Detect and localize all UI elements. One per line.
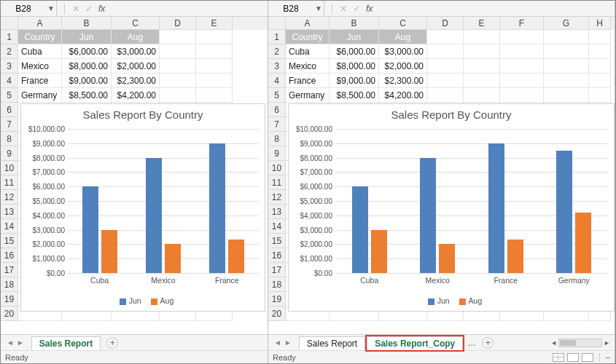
worksheet-grid[interactable]: A B C D E F G H 1 Country Jun Aug 2 Cuba… (268, 17, 615, 334)
cell[interactable]: Mexico (18, 59, 62, 74)
col-header[interactable]: D (160, 17, 196, 30)
bar-jun (146, 158, 162, 273)
x-axis-label: France (484, 276, 528, 285)
table-header[interactable]: Country (18, 30, 62, 44)
table-header[interactable]: Aug (379, 30, 427, 44)
chart-title: Sales Report By Country (21, 104, 265, 122)
cell[interactable]: $2,300.00 (112, 74, 160, 88)
worksheet-grid[interactable]: A B C D E 1 Country Jun Aug 2 Cuba $6,00… (1, 17, 268, 334)
namebox-input[interactable] (1, 4, 46, 14)
row-header[interactable]: 5 (1, 88, 18, 103)
bar-aug (101, 230, 117, 273)
legend-swatch-aug (459, 298, 466, 305)
chart[interactable]: Sales Report By Country $0.00$1,000.00$2… (20, 103, 265, 312)
check-icon: ✓ (353, 4, 360, 14)
tab-nav-next-icon[interactable]: ► (17, 339, 24, 347)
cell[interactable]: $2,000.00 (112, 59, 160, 74)
namebox-input[interactable] (268, 4, 313, 14)
col-header[interactable]: E (196, 17, 233, 30)
row-header[interactable]: 1 (1, 30, 18, 44)
status-text: Ready (273, 353, 296, 362)
col-header[interactable]: G (544, 17, 589, 30)
chart-legend: Jun Aug (289, 296, 614, 305)
bar-jun (352, 186, 368, 273)
chevron-down-icon[interactable]: ▼ (46, 4, 56, 12)
table-header[interactable]: Jun (330, 30, 379, 44)
col-header[interactable]: H (589, 17, 611, 30)
view-pagebreak-icon[interactable] (582, 353, 593, 362)
tab-sales-report[interactable]: Sales Report (31, 336, 101, 350)
name-box[interactable]: ▼ (1, 1, 57, 16)
tab-nav-next-icon[interactable]: ► (284, 339, 292, 347)
bar-jun (556, 151, 572, 273)
cell[interactable]: $8,000.00 (62, 59, 112, 74)
check-icon: ✓ (85, 4, 93, 14)
col-header[interactable]: C (379, 17, 427, 30)
x-axis-label: Cuba (78, 276, 122, 285)
table-header[interactable]: Aug (112, 30, 160, 44)
bar-jun (82, 186, 98, 273)
add-sheet-button[interactable]: + (482, 337, 494, 349)
col-header[interactable]: F (500, 17, 544, 30)
bar-aug (575, 213, 591, 273)
col-header[interactable]: D (427, 17, 464, 30)
bar-aug (507, 240, 523, 273)
tab-sales-report-copy[interactable]: Sales Report_Copy (367, 336, 463, 350)
namebox-bar: ▼ ✕ ✓ fx (1, 1, 268, 17)
tab-bar: ◄ ► Sales Report + (1, 334, 268, 350)
bar-jun (488, 143, 504, 273)
name-box[interactable]: ▼ (268, 1, 324, 16)
scroll-right-icon[interactable]: ► (604, 339, 610, 347)
cancel-icon: ✕ (340, 4, 347, 14)
cell[interactable]: France (18, 74, 62, 88)
cancel-icon: ✕ (72, 4, 79, 14)
tab-overflow-icon[interactable]: … (467, 338, 476, 348)
fx-label: fx (98, 4, 105, 14)
col-header[interactable]: E (464, 17, 500, 30)
fx-label: fx (366, 4, 373, 14)
tab-nav-prev-icon[interactable]: ◄ (274, 339, 281, 347)
cell[interactable]: $3,000.00 (112, 44, 160, 59)
zoom-out-icon[interactable]: − (606, 353, 610, 362)
cell[interactable]: Germany (18, 88, 62, 103)
col-header[interactable]: B (62, 17, 112, 30)
bar-aug (371, 230, 387, 273)
add-sheet-button[interactable]: + (106, 337, 118, 349)
cell[interactable]: $8,500.00 (62, 88, 112, 103)
x-axis-label: Cuba (348, 276, 391, 285)
tab-nav-prev-icon[interactable]: ◄ (7, 339, 14, 347)
hscrollbar[interactable]: ◄ ► (546, 339, 615, 347)
row-header[interactable]: 3 (1, 59, 18, 74)
view-normal-icon[interactable] (553, 353, 564, 362)
x-axis-label: Mexico (416, 276, 459, 285)
scroll-left-icon[interactable]: ◄ (550, 339, 557, 347)
legend-swatch-jun (428, 298, 434, 305)
col-header[interactable]: A (286, 17, 330, 30)
col-header[interactable]: C (112, 17, 160, 30)
chart-legend: Jun Aug (21, 296, 265, 305)
row-header[interactable]: 4 (1, 74, 18, 88)
x-axis-label: Germany (552, 276, 596, 285)
status-bar: Ready (1, 350, 268, 363)
view-pagelayout-icon[interactable] (567, 353, 579, 362)
scroll-thumb[interactable] (560, 340, 576, 346)
col-header[interactable]: B (330, 17, 379, 30)
pane-left: ▼ ✕ ✓ fx A B C D E 1 Country Jun Aug (1, 1, 268, 363)
bar-jun (420, 158, 436, 273)
cell[interactable]: $9,000.00 (62, 74, 112, 88)
tab-sales-report[interactable]: Sales Report (299, 336, 365, 350)
pane-right: ▼ ✕ ✓ fx A B C D E F G H 1 Country J (268, 1, 615, 363)
status-bar: Ready − (268, 350, 615, 363)
table-header[interactable]: Country (286, 30, 330, 44)
chart[interactable]: Sales Report By Country $0.00$1,000.00$2… (288, 103, 615, 312)
table-header[interactable]: Jun (62, 30, 112, 44)
cell[interactable]: Cuba (18, 44, 62, 59)
bar-aug (439, 244, 455, 273)
row-header[interactable]: 2 (1, 44, 18, 59)
scroll-track[interactable] (558, 339, 602, 347)
cell[interactable]: $4,200.00 (112, 88, 160, 103)
status-text: Ready (5, 353, 28, 362)
chevron-down-icon[interactable]: ▼ (313, 4, 324, 12)
cell[interactable]: $6,000.00 (62, 44, 112, 59)
col-header[interactable]: A (18, 17, 62, 30)
